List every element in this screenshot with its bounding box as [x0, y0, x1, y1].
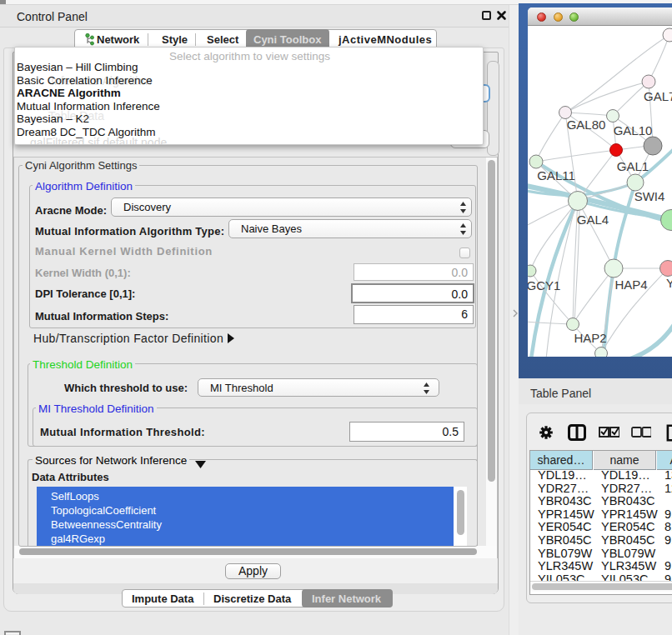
- svg-text:HAP4: HAP4: [614, 278, 647, 292]
- svg-text:GCY1: GCY1: [528, 278, 560, 292]
- svg-text:GAL7: GAL7: [644, 89, 672, 103]
- svg-text:GAL80: GAL80: [567, 118, 606, 132]
- svg-text:HAP2: HAP2: [574, 331, 606, 345]
- svg-text:GAL4: GAL4: [577, 212, 609, 227]
- svg-text:GAL10: GAL10: [614, 123, 653, 138]
- svg-text:Y: Y: [666, 276, 672, 290]
- svg-text:SWI4: SWI4: [634, 189, 665, 203]
- svg-text:GAL1: GAL1: [617, 159, 649, 173]
- svg-text:GAL11: GAL11: [537, 168, 575, 182]
